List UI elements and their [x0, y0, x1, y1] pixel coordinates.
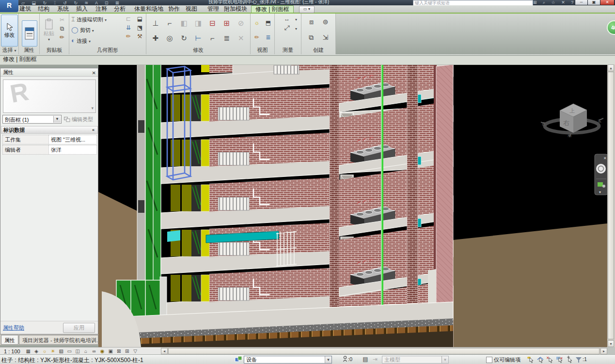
properties-help-link[interactable]: 属性帮助 — [3, 324, 24, 332]
app-restore-button[interactable]: ▣ — [587, 0, 600, 5]
show-crop-region-icon[interactable]: ◫ — [74, 348, 82, 354]
tab-modify-section-box[interactable]: 修改 | 剖面框 — [251, 5, 294, 13]
unpin-icon[interactable]: ⊘ — [238, 19, 244, 28]
visual-style-icon[interactable]: ◈ — [32, 348, 41, 354]
rotate-icon[interactable]: ↻ — [181, 34, 187, 43]
demolish-hammer-icon[interactable]: ⚒ — [135, 32, 144, 41]
viewcube-compass-west[interactable]: 西 — [542, 122, 546, 126]
paint-icon[interactable]: ✏ — [124, 32, 133, 41]
search-input[interactable]: 键入关键字或短语 — [413, 0, 533, 5]
property-value[interactable]: 张洋 — [48, 145, 97, 155]
cut-icon[interactable]: ✂ — [57, 16, 67, 24]
displace-elements-icon[interactable]: ⇲ — [319, 33, 332, 42]
tab-properties[interactable]: 属性 — [1, 335, 18, 345]
property-value[interactable]: 视图 "三维视... — [48, 135, 97, 144]
locked-3d-view-icon[interactable]: ⌂ — [82, 348, 90, 354]
tab-annotate[interactable]: 注释 — [95, 5, 108, 13]
apply-button[interactable]: 应用 — [63, 323, 95, 333]
viewcube-compass-east[interactable]: 东 — [598, 119, 601, 124]
panel-label-select[interactable]: 选择 ▾ — [0, 47, 18, 54]
measure-between-refs-icon[interactable]: ↔ — [279, 15, 295, 23]
design-option-caret-icon[interactable]: ▼ — [442, 356, 448, 363]
shadows-icon[interactable]: ☀ — [49, 348, 57, 354]
beam-joins-icon[interactable]: ⊏ — [124, 15, 133, 23]
add-to-set-icon[interactable]: ⇥ — [371, 356, 379, 364]
cope-button[interactable]: ⌶ 连接端切割 ▾ — [71, 15, 107, 24]
quick-access-toolbar[interactable]: ▱ ⬓ ↻ ⌶ ↺ ↻ ≋ A ⊡ ⊠ — [21, 0, 122, 5]
application-menu-button[interactable]: R — [0, 0, 18, 12]
split-face-icon[interactable]: ⬔ — [135, 23, 144, 32]
type-selector[interactable]: 剖面框 (1) ▼ — [2, 115, 62, 124]
design-options-dialog-icon[interactable]: ▤ — [361, 356, 370, 364]
app-minimize-button[interactable]: ─ — [575, 0, 588, 5]
detail-level-icon[interactable]: ▦ — [24, 348, 32, 354]
crop-view-icon[interactable]: ▭ — [65, 348, 74, 354]
create-similar-icon[interactable]: ⊚ — [319, 17, 332, 26]
toggle-select-underlay-icon[interactable] — [536, 356, 545, 364]
workset-caret-icon[interactable]: ▼ — [325, 356, 331, 363]
join-geometry-button[interactable]: ◐ 连接 ▾ — [71, 36, 91, 46]
split-gap-icon[interactable]: ⊞ — [224, 19, 230, 28]
tab-analyze[interactable]: 分析 — [113, 5, 126, 13]
toggle-select-links-icon[interactable] — [526, 356, 535, 364]
rendering-dialog-icon[interactable]: ▧ — [57, 348, 65, 354]
toggle-drag-on-selection-icon[interactable] — [565, 356, 574, 364]
create-assembly-icon[interactable]: ⧉ — [305, 33, 317, 42]
override-graphics-icon[interactable]: ✏ — [252, 33, 262, 42]
horizontal-scrollbar[interactable]: ◂ ▸ — [161, 347, 607, 355]
zoom-tool-icon[interactable] — [598, 182, 603, 187]
collapse-icon[interactable]: « — [92, 127, 95, 134]
worksets-icon[interactable] — [234, 356, 243, 364]
type-selector-caret-icon[interactable]: ▼ — [53, 116, 61, 123]
tab-massing-site[interactable]: 体量和场地 — [133, 5, 164, 13]
tab-systems[interactable]: 系统 — [56, 5, 70, 13]
unjoin-icon[interactable]: ⇊ — [124, 23, 133, 32]
tab-view[interactable]: 视图 — [185, 5, 198, 13]
mirror-line-icon[interactable]: ◨ — [195, 19, 202, 28]
toggle-select-by-face-icon[interactable]: ✕ — [555, 356, 564, 364]
scroll-down-icon[interactable]: ▾ — [608, 340, 614, 347]
viewcube-front-label[interactable]: 右 — [563, 119, 569, 127]
preview-dropdown-icon[interactable]: ▾ — [91, 106, 94, 111]
delete-icon[interactable]: ✕ — [238, 34, 244, 43]
ribbon-display-toggle[interactable]: ▭ ▾ — [299, 6, 315, 13]
navigation-bar[interactable]: ✕ ▾ — [595, 154, 607, 195]
lightbulb-icon[interactable]: ☼ — [252, 18, 262, 27]
viewcube-top-label[interactable]: 上 — [569, 108, 575, 113]
tab-structure[interactable]: 结构 — [37, 5, 50, 13]
modify-tool-button[interactable]: 修改 — [1, 15, 18, 47]
align-icon[interactable]: ⊥ — [152, 19, 158, 28]
offset-icon[interactable]: ⌐ — [168, 19, 172, 27]
design-option-select[interactable]: 主模型 ▼ — [382, 356, 449, 364]
wall-joins-icon[interactable]: ⬓ — [135, 15, 144, 23]
palette-header[interactable]: 属性 ✕ — [0, 68, 98, 77]
tab-architecture[interactable]: 建筑 — [18, 5, 32, 13]
sun-path-icon[interactable]: ☼ — [41, 348, 49, 354]
tab-project-browser[interactable]: 项目浏览器 - 技师学院机电培训... — [19, 335, 98, 345]
paste-button[interactable]: 粘贴 ▾ — [42, 16, 56, 45]
tab-addins[interactable]: 附加模块 — [223, 5, 248, 13]
panel-label-properties[interactable]: 属性 — [19, 47, 39, 54]
editing-requests-icon[interactable]: :0 — [338, 356, 357, 364]
create-group-icon[interactable]: ⧈ — [305, 17, 317, 26]
cut-geometry-button[interactable]: ◯ 剪切 ▾ — [71, 25, 94, 35]
trim-single-icon[interactable]: ⌐ — [210, 34, 215, 42]
3d-model-view[interactable]: 上 右 东 南 西 ✕ ▾ — [98, 64, 607, 347]
editable-only-checkbox[interactable] — [486, 357, 492, 363]
identity-data-section-header[interactable]: 标识数据 « — [1, 126, 98, 134]
reveal-constraints-icon[interactable]: ▽ — [131, 348, 140, 354]
scale-button[interactable]: 1 : 100 — [0, 348, 24, 354]
mirror-axis-icon[interactable]: ◧ — [180, 19, 187, 28]
vertical-scrollbar[interactable]: ▴ ▾ — [607, 64, 615, 347]
app-close-button[interactable]: ✕ — [600, 0, 615, 5]
trim-corner-icon[interactable]: ⊢ — [195, 34, 201, 43]
temporary-hide-isolate-icon[interactable]: ∞ — [90, 348, 98, 354]
edit-type-button[interactable]: 编辑类型 — [64, 115, 96, 124]
aligned-dimension-icon[interactable]: ⤢ — [279, 23, 295, 32]
move-icon[interactable]: ✚ — [152, 34, 158, 43]
tab-insert[interactable]: 插入 — [75, 5, 89, 13]
scroll-up-icon[interactable]: ▴ — [608, 64, 614, 71]
tab-manage[interactable]: 管理 — [206, 5, 220, 13]
filter-icon[interactable]: :1 — [576, 356, 592, 364]
scroll-right-icon[interactable]: ▸ — [600, 348, 607, 354]
